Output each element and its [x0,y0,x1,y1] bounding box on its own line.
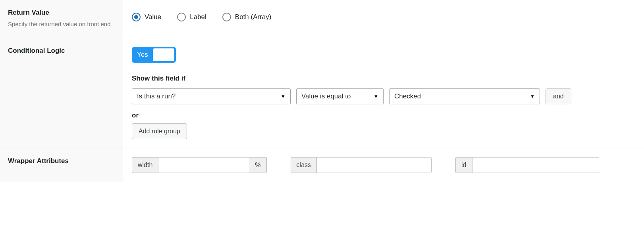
toggle-label: Yes [137,51,148,59]
width-group: width % [132,157,267,173]
chevron-down-icon: ▼ [281,94,285,99]
radio-circle-icon [177,13,186,21]
id-addon: id [455,157,472,173]
class-input[interactable] [316,157,432,173]
rule-value-value: Checked [394,92,421,100]
rules-heading: Show this field if [132,75,636,83]
return-value-title: Return Value [8,9,115,17]
return-value-radio-group: Value Label Both (Array) [132,9,636,21]
radio-value[interactable]: Value [132,13,161,21]
conditional-logic-row: Conditional Logic Yes Show this field if… [0,38,644,148]
conditional-toggle[interactable]: Yes [132,47,176,63]
radio-label[interactable]: Label [177,13,206,21]
class-addon: class [291,157,316,173]
wrapper-field-col: width % class id [123,148,644,182]
conditional-logic-label-col: Conditional Logic [0,38,123,148]
id-group: id [455,157,599,173]
rule-operator-select[interactable]: Value is equal to ▼ [296,88,384,104]
radio-both[interactable]: Both (Array) [222,13,272,21]
return-value-row: Return Value Specify the returned value … [0,0,644,38]
rule-field-select[interactable]: Is this a run? ▼ [132,88,291,104]
width-input[interactable] [158,157,249,173]
return-value-label-col: Return Value Specify the returned value … [0,0,123,38]
chevron-down-icon: ▼ [374,94,378,99]
wrapper-label-col: Wrapper Attributes [0,148,123,182]
radio-value-label: Value [145,13,161,21]
width-addon: width [132,157,158,173]
rule-field-value: Is this a run? [137,92,175,100]
radio-circle-icon [132,13,141,21]
rule-operator-value: Value is equal to [301,92,351,100]
wrapper-title: Wrapper Attributes [8,157,115,165]
radio-circle-icon [222,13,231,21]
class-group: class [291,157,432,173]
wrapper-inputs: width % class id [132,157,636,173]
width-suffix: % [249,157,266,173]
rule-row: Is this a run? ▼ Value is equal to ▼ Che… [132,88,636,104]
return-value-field-col: Value Label Both (Array) [123,0,644,38]
add-rule-group-button[interactable]: Add rule group [132,123,187,139]
chevron-down-icon: ▼ [530,94,535,99]
radio-label-label: Label [190,13,206,21]
id-input[interactable] [472,157,599,173]
radio-both-label: Both (Array) [235,13,272,21]
conditional-logic-title: Conditional Logic [8,47,115,55]
toggle-knob-icon [153,48,174,61]
conditional-logic-field-col: Yes Show this field if Is this a run? ▼ … [123,38,644,148]
and-button[interactable]: and [546,88,571,104]
rule-value-select[interactable]: Checked ▼ [389,88,540,104]
or-separator: or [132,111,636,119]
return-value-desc: Specify the returned value on front end [8,20,115,29]
wrapper-attributes-row: Wrapper Attributes width % class id [0,148,644,182]
